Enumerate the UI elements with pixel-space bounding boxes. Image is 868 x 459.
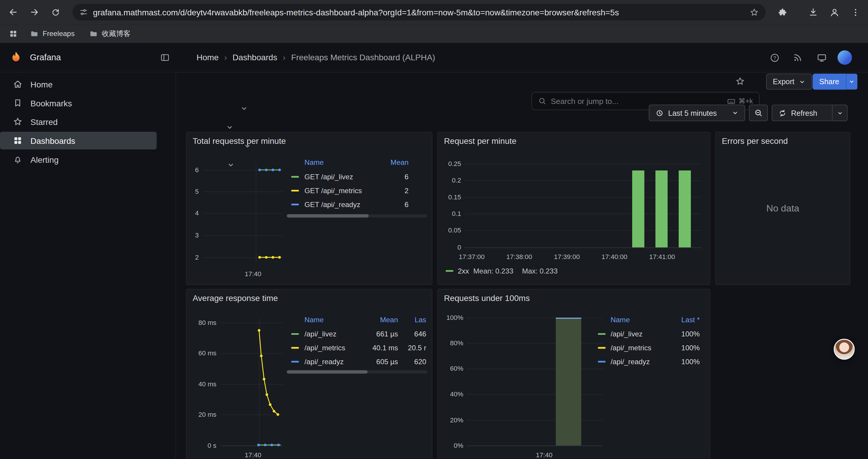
- dashboards-grid-icon: [13, 136, 23, 145]
- refresh-button[interactable]: Refresh: [772, 104, 832, 121]
- home-icon: [13, 79, 23, 89]
- panel-title[interactable]: Request per minute: [444, 136, 517, 145]
- legend-scrollbar-thumb[interactable]: [287, 214, 369, 218]
- panel-average-response-time: Average response time 80 ms 60 ms 40 ms …: [186, 289, 433, 459]
- breadcrumb-dashboards[interactable]: Dashboards: [232, 53, 277, 62]
- panel-errors-per-second: Errors per second No data: [715, 132, 850, 285]
- gridline: [464, 164, 701, 165]
- bell-icon: [13, 155, 23, 165]
- bookmarks-bar: Freeleaps 收藏博客: [0, 24, 868, 43]
- legend-series-name[interactable]: /api/_readyz: [305, 357, 344, 366]
- legend-value: 2: [375, 186, 408, 195]
- x-axis-tick: 17:38:00: [500, 252, 538, 261]
- legend-header-name[interactable]: Name: [305, 158, 324, 167]
- news-button[interactable]: [789, 49, 807, 66]
- chevron-down-icon[interactable]: [226, 124, 234, 131]
- zoom-out-button[interactable]: [749, 104, 768, 121]
- legend-value-last: 100%: [661, 344, 700, 353]
- sidebar-item-starred[interactable]: Starred: [0, 112, 176, 131]
- legend-scrollbar-thumb[interactable]: [287, 370, 368, 374]
- bookmark-folder-blogs[interactable]: 收藏博客: [85, 27, 135, 40]
- sidebar-toggle-button[interactable]: [156, 49, 174, 66]
- tune-icon[interactable]: [79, 8, 88, 17]
- sidebar-item-bookmarks[interactable]: Bookmarks: [0, 94, 176, 112]
- legend-series-name[interactable]: GET /api/_metrics: [305, 186, 362, 195]
- legend-series-name[interactable]: GET /api/_livez: [305, 173, 353, 182]
- chevron-down-icon[interactable]: [240, 104, 248, 112]
- profile-icon: [829, 7, 840, 18]
- panel-title[interactable]: Requests under 100ms: [444, 293, 530, 303]
- legend-value-last: 100%: [661, 357, 700, 366]
- legend-header-name[interactable]: Name: [305, 316, 324, 324]
- legend-header-mean[interactable]: Mean: [375, 158, 408, 167]
- downloads-button[interactable]: [805, 4, 821, 21]
- y-axis-tick: 0.1: [438, 209, 461, 218]
- x-axis-line: [467, 446, 603, 446]
- legend-header-mean[interactable]: Mean: [358, 316, 398, 324]
- legend-series-name[interactable]: /api/_livez: [305, 330, 337, 339]
- breadcrumb-home[interactable]: Home: [196, 53, 219, 62]
- chevron-down-icon: [837, 110, 843, 116]
- legend-series-name[interactable]: /api/_metrics: [611, 344, 651, 353]
- url-input[interactable]: [93, 7, 745, 17]
- chevron-down-icon[interactable]: [243, 142, 251, 150]
- chat-widget-avatar[interactable]: [834, 339, 855, 360]
- extensions-button[interactable]: [774, 4, 790, 21]
- panel-title[interactable]: Total requests per minute: [193, 136, 286, 145]
- bookmark-label: Freeleaps: [42, 29, 74, 37]
- share-menu-button[interactable]: [846, 73, 857, 90]
- legend-header-name[interactable]: Name: [611, 316, 630, 324]
- search-shortcut: ⌘+k: [727, 97, 753, 105]
- bookmark-folder-freeleaps[interactable]: Freeleaps: [25, 28, 79, 40]
- help-button[interactable]: ?: [766, 49, 783, 66]
- sidebar-item-alerting[interactable]: Alerting: [0, 150, 176, 169]
- export-button[interactable]: Export: [766, 73, 812, 90]
- time-range-picker[interactable]: Last 5 minutes: [649, 104, 745, 121]
- browser-menu-button[interactable]: [847, 4, 864, 21]
- svg-text:?: ?: [773, 55, 776, 60]
- legend-series-name[interactable]: 2xx: [458, 267, 469, 275]
- legend-series-name[interactable]: /api/_readyz: [611, 357, 650, 366]
- y-axis-tick: 40%: [438, 390, 463, 398]
- y-axis-tick: 2: [186, 253, 198, 262]
- legend-value-last: 646: [394, 330, 426, 339]
- x-axis-tick: 17:40: [239, 451, 267, 459]
- share-button[interactable]: Share: [813, 73, 846, 90]
- legend-series-name[interactable]: /api/_livez: [611, 330, 643, 339]
- panel-title[interactable]: Average response time: [193, 293, 278, 303]
- user-avatar[interactable]: [838, 51, 852, 65]
- chevron-down-icon: [799, 78, 805, 85]
- back-button[interactable]: [5, 4, 22, 21]
- y-axis-tick: 4: [186, 208, 198, 218]
- favorite-dashboard-button[interactable]: [733, 73, 748, 89]
- sidebar-item-dashboards[interactable]: Dashboards: [0, 131, 176, 150]
- refresh-interval-button[interactable]: [832, 104, 847, 121]
- reload-button[interactable]: [47, 4, 64, 21]
- forward-button[interactable]: [26, 4, 42, 21]
- chevron-down-icon[interactable]: [227, 161, 235, 169]
- profile-button[interactable]: [826, 4, 843, 21]
- legend-value-mean: 40.1 ms: [358, 344, 398, 353]
- sidebar-item-label: Home: [30, 79, 53, 89]
- legend-value-last: 620: [394, 357, 426, 366]
- panel-request-per-minute: Request per minute 0.25 0.2 0.15 0.1 0.0…: [437, 132, 710, 285]
- timeseries-chart: [203, 163, 283, 268]
- legend-series-name[interactable]: /api/_metrics: [305, 344, 345, 353]
- legend-value: 6: [375, 200, 408, 209]
- grafana-logo[interactable]: [9, 51, 23, 65]
- display-button[interactable]: [813, 49, 831, 66]
- bookmark-star-icon[interactable]: [749, 7, 759, 17]
- legend-series-name[interactable]: GET /api/_readyz: [305, 200, 361, 209]
- legend-header-last[interactable]: Last *: [661, 316, 700, 324]
- sidebar-item-home[interactable]: Home: [0, 75, 176, 94]
- address-bar[interactable]: [72, 4, 766, 21]
- y-axis-tick: 80 ms: [186, 318, 216, 327]
- search-input[interactable]: [551, 97, 722, 105]
- refresh-icon: [778, 109, 786, 117]
- bar-2xx: [655, 170, 668, 247]
- breadcrumb: Home › Dashboards › Freeleaps Metrics Da…: [196, 53, 435, 62]
- legend-header-last[interactable]: Las: [414, 316, 431, 324]
- series-marker: [291, 347, 299, 349]
- apps-grid-icon[interactable]: [9, 29, 18, 38]
- bookmark-label: 收藏博客: [102, 28, 130, 38]
